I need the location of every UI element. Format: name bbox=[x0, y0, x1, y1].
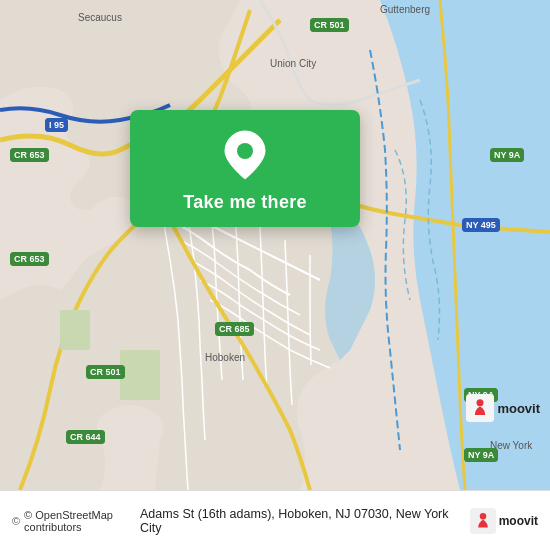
moovit-bottom-icon bbox=[470, 508, 496, 534]
svg-point-5 bbox=[477, 399, 484, 406]
svg-point-3 bbox=[237, 143, 253, 159]
moovit-text: moovit bbox=[497, 401, 540, 416]
osm-credit: © OpenStreetMap contributors bbox=[24, 509, 132, 533]
moovit-icon-svg bbox=[466, 394, 494, 422]
cr501-bot-badge: CR 501 bbox=[86, 365, 125, 379]
moovit-bottom-logo: moovit bbox=[470, 508, 538, 534]
moovit-logo: moovit bbox=[466, 394, 540, 422]
ny495-badge: NY 495 bbox=[462, 218, 500, 232]
svg-rect-1 bbox=[120, 350, 160, 400]
svg-point-7 bbox=[479, 512, 486, 519]
moovit-bottom-text: moovit bbox=[499, 514, 538, 528]
cr685-badge: CR 685 bbox=[215, 322, 254, 336]
cr653-bot-badge: CR 653 bbox=[10, 252, 49, 266]
bottom-bar: © © OpenStreetMap contributors Adams St … bbox=[0, 490, 550, 550]
ny9a-bot2-badge: NY 9A bbox=[464, 448, 498, 462]
address-content: Adams St (16th adams), Hoboken, NJ 07030… bbox=[140, 507, 449, 535]
pin-icon bbox=[218, 128, 272, 182]
cr644-badge: CR 644 bbox=[66, 430, 105, 444]
action-card[interactable]: Take me there bbox=[130, 110, 360, 227]
take-me-there-button[interactable]: Take me there bbox=[183, 192, 307, 213]
address-text: Adams St (16th adams), Hoboken, NJ 07030… bbox=[132, 507, 464, 535]
ny9a-top-badge: NY 9A bbox=[490, 148, 524, 162]
cr501-top-badge: CR 501 bbox=[310, 18, 349, 32]
map-container: Secaucus Union City Guttenberg Hoboken N… bbox=[0, 0, 550, 490]
cr653-mid-badge: CR 653 bbox=[10, 148, 49, 162]
svg-rect-2 bbox=[60, 310, 90, 350]
copyright-symbol: © bbox=[12, 515, 20, 527]
i95-badge: I 95 bbox=[45, 118, 68, 132]
